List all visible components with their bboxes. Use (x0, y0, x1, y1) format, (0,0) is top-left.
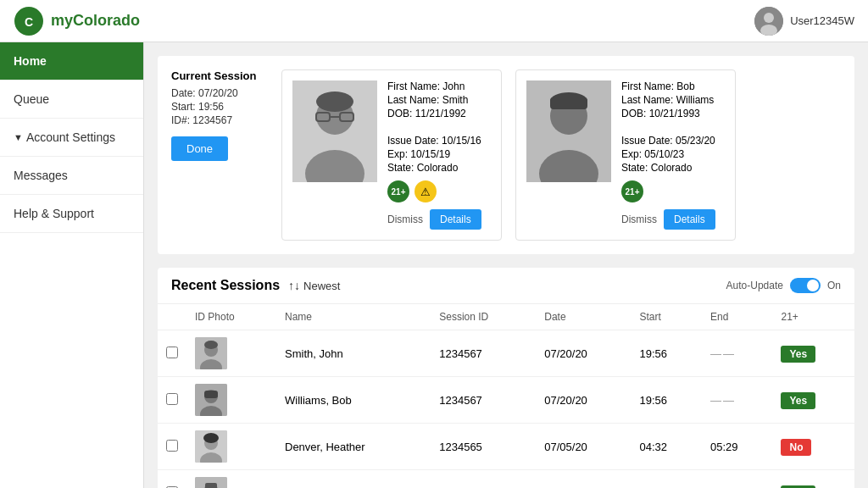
id-card-details-0: First Name: John Last Name: Smith DOB: 1… (387, 80, 491, 230)
card0-lname: Last Name: Smith (387, 94, 491, 106)
row-date: 07/01/20 (536, 470, 631, 489)
sort-icon: ↑↓ (288, 279, 300, 292)
user-name: User12345W (790, 14, 854, 27)
sort-area[interactable]: ↑↓ Newest (288, 279, 340, 292)
row-session-id: 1234567 (431, 330, 536, 377)
svg-rect-16 (550, 97, 587, 109)
row-status: Yes (772, 377, 854, 424)
card0-issue: Issue Date: 10/15/16 (387, 135, 491, 147)
row-date: 07/20/20 (536, 330, 631, 377)
row-name: Williams, Bob (276, 377, 431, 424)
id-card-0: First Name: John Last Name: Smith DOB: 1… (281, 69, 502, 241)
col-session-id: Session ID (431, 304, 536, 330)
session-id: ID#: 1234567 (171, 114, 264, 126)
row-session-id: 1234565 (431, 424, 536, 470)
card0-exp: Exp: 10/15/19 (387, 148, 491, 160)
sidebar-item-home[interactable]: Home (0, 42, 143, 80)
on-label: On (827, 280, 841, 291)
table-photo (195, 384, 227, 416)
svg-point-20 (204, 341, 218, 349)
card1-dismiss-button[interactable]: Dismiss (621, 214, 657, 225)
session-title: Current Session (171, 69, 264, 82)
card0-details-button[interactable]: Details (430, 209, 481, 230)
col-photo: ID Photo (186, 304, 276, 330)
row-status: Yes (772, 330, 854, 377)
col-start: Start (631, 304, 702, 330)
user-area: User12345W (754, 7, 854, 36)
col-21: 21+ (772, 304, 854, 330)
id-card-photo-0 (292, 80, 377, 182)
row-checkbox[interactable] (166, 393, 178, 405)
card1-actions: Dismiss Details (621, 209, 725, 230)
status-badge-yes: Yes (781, 392, 815, 409)
sidebar-item-account-settings[interactable]: ▼ Account Settings (0, 119, 143, 157)
badge-21-icon-1: 21+ (621, 180, 643, 202)
header: C myColorado User12345W (0, 0, 868, 42)
auto-update-toggle[interactable] (790, 278, 821, 293)
card0-dismiss-button[interactable]: Dismiss (387, 214, 423, 225)
card0-fname: First Name: John (387, 80, 491, 92)
session-panel: Current Session Date: 07/20/20 Start: 19… (158, 56, 854, 254)
sort-label: Newest (303, 280, 340, 292)
card0-badges: 21+ ⚠ (387, 180, 491, 202)
row-checkbox[interactable] (166, 347, 178, 358)
table-row: Collins, Joshua 1234564 07/01/20 06:15 0… (158, 470, 854, 489)
chevron-down-icon: ▼ (14, 132, 23, 142)
svg-point-11 (316, 92, 353, 112)
row-session-id: 1234564 (431, 470, 536, 489)
sidebar: Home Queue ▼ Account Settings Messages H… (0, 42, 144, 488)
logo-area: C myColorado (14, 6, 140, 36)
table-row: Denver, Heather 1234565 07/05/20 04:32 0… (158, 424, 854, 470)
sidebar-item-messages[interactable]: Messages (0, 157, 143, 195)
auto-update-area: Auto-Update On (726, 278, 841, 293)
table-photo (195, 430, 227, 463)
row-start: 06:15 (631, 470, 702, 489)
id-cards-row: First Name: John Last Name: Smith DOB: 1… (281, 69, 841, 241)
card1-lname: Last Name: Williams (621, 94, 725, 106)
sidebar-item-queue[interactable]: Queue (0, 80, 143, 119)
id-card-1: First Name: Bob Last Name: Williams DOB:… (515, 69, 736, 241)
done-button[interactable]: Done (171, 136, 228, 161)
main-layout: Home Queue ▼ Account Settings Messages H… (0, 42, 868, 488)
card1-state: State: Colorado (621, 162, 725, 174)
toggle-knob (807, 280, 819, 291)
svg-rect-32 (205, 483, 217, 488)
card1-exp: Exp: 05/10/23 (621, 148, 725, 160)
row-end: —— (702, 377, 773, 424)
row-start: 19:56 (631, 330, 702, 377)
svg-point-28 (203, 433, 219, 443)
row-checkbox[interactable] (166, 440, 178, 452)
card1-issue: Issue Date: 05/23/20 (621, 135, 725, 147)
row-name: Smith, John (276, 330, 431, 377)
svg-point-3 (764, 13, 774, 23)
row-date: 07/20/20 (536, 377, 631, 424)
user-avatar (754, 7, 783, 36)
card0-state: State: Colorado (387, 162, 491, 174)
row-start: 04:32 (631, 424, 702, 470)
table-photo (195, 477, 227, 488)
row-name: Denver, Heather (276, 424, 431, 470)
session-start: Start: 19:56 (171, 101, 264, 113)
badge-warn-icon: ⚠ (415, 180, 437, 202)
badge-21-icon: 21+ (387, 180, 409, 202)
sidebar-item-help-support[interactable]: Help & Support (0, 195, 143, 233)
row-end: 06:45 (702, 470, 773, 489)
row-start: 19:56 (631, 377, 702, 424)
row-status: No (772, 424, 854, 470)
status-badge-yes: Yes (781, 485, 815, 489)
card1-dob: DOB: 10/21/1993 (621, 108, 725, 119)
card1-details-button[interactable]: Details (664, 209, 715, 230)
row-end: 05:29 (702, 424, 773, 470)
auto-update-label: Auto-Update (726, 280, 783, 291)
row-end: —— (702, 330, 773, 377)
recent-sessions-section: Recent Sessions ↑↓ Newest Auto-Update On (158, 268, 854, 488)
row-date: 07/05/20 (536, 424, 631, 470)
col-name: Name (276, 304, 431, 330)
card0-dob: DOB: 11/21/1992 (387, 108, 491, 119)
recent-sessions-header: Recent Sessions ↑↓ Newest Auto-Update On (158, 268, 854, 304)
card0-actions: Dismiss Details (387, 209, 491, 230)
table-photo (195, 337, 227, 369)
col-date: Date (536, 304, 631, 330)
svg-rect-24 (204, 391, 218, 398)
logo-icon: C (14, 6, 44, 36)
